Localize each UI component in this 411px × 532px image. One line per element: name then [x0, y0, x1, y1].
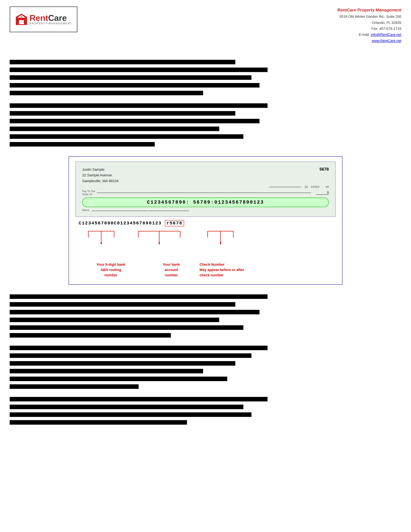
text-block-13: [10, 302, 235, 307]
text-block-25: [10, 405, 243, 409]
check-address2: Sampleville, WA 98104: [82, 178, 119, 184]
company-email: E-mail: Info@RentCare.net: [337, 32, 401, 38]
text-block-10: [10, 134, 243, 139]
svg-marker-10: [100, 242, 102, 245]
annotation-routing-text: Your 9-digit bankABA routingnumber: [79, 262, 143, 278]
text-block-16: [10, 325, 243, 330]
check-pay-label: Pay To TheOrder Of: [82, 190, 95, 196]
company-name: RentCare Property Management: [337, 6, 401, 14]
check-memo-line: Memo: [82, 209, 329, 212]
text-block-15: [10, 318, 219, 322]
check-number-red-box: r5678: [165, 220, 184, 226]
email-link[interactable]: Info@RentCare.net: [371, 33, 401, 37]
company-website: www.RentCare.net: [337, 38, 401, 44]
page-header: R RentCare PROPERTY MANAGEMENT RentCare …: [0, 0, 411, 44]
text-block-19: [10, 353, 252, 358]
text-block-26: [10, 412, 252, 417]
logo-brand-name: RentCare: [29, 14, 72, 22]
check-number-value: 5678: [319, 167, 329, 171]
text-block-6: [10, 103, 268, 108]
svg-rect-2: [19, 20, 24, 24]
text-block-21: [10, 369, 203, 373]
logo-icon: R: [15, 13, 28, 26]
micr-bottom-text: C1234567890C01234567890123 r5678: [77, 220, 186, 226]
check-micr-highlight: C1234567890: 56789:01234567890123: [82, 198, 329, 207]
text-block-14: [10, 310, 260, 314]
text-block-12: [10, 294, 268, 299]
check-address1: 22 Sample Avenue.: [82, 172, 119, 178]
logo-subtitle: PROPERTY MANAGEMENT: [29, 22, 72, 25]
svg-text:R: R: [21, 15, 22, 18]
company-fax: Fax: 407-578-1715: [337, 26, 401, 32]
annotation-checknum-text: Check NumberMay appear before or afterch…: [200, 262, 280, 278]
text-block-9: [10, 127, 219, 131]
annotation-routing: Your 9-digit bankABA routingnumber: [79, 262, 143, 278]
text-block-24: [10, 397, 268, 401]
check-holder-name: Justin Sample: [82, 167, 119, 172]
text-block-20: [10, 361, 235, 366]
annotation-account-text: Your bankaccountnumber: [143, 262, 200, 278]
svg-marker-22: [220, 242, 221, 245]
check-area: Justin Sample 22 Sample Avenue. Samplevi…: [75, 162, 336, 217]
micr-bottom-row: C1234567890C01234567890123 r5678: [75, 220, 336, 228]
check-holder-info: Justin Sample 22 Sample Avenue. Samplevi…: [82, 167, 119, 184]
text-block-1: [10, 60, 235, 64]
annotation-account: Your bankaccountnumber: [143, 262, 200, 278]
text-block-8: [10, 119, 260, 123]
check-date-row: 10 64/654 68: [82, 185, 329, 189]
text-block-4: [10, 83, 260, 87]
text-block-17: [10, 333, 171, 338]
check-fraction2: 68: [326, 185, 329, 189]
svg-marker-16: [159, 242, 160, 245]
text-block-5: [10, 91, 203, 95]
check-pay-line: Pay To TheOrder Of $: [82, 190, 329, 196]
check-date-value: 10: [304, 185, 308, 189]
annotation-text-row: Your 9-digit bankABA routingnumber Your …: [75, 262, 336, 278]
text-block-11: [10, 142, 155, 147]
check-diagram-wrapper: Justin Sample 22 Sample Avenue. Samplevi…: [68, 156, 343, 285]
website-link[interactable]: www.RentCare.net: [372, 39, 401, 43]
text-block-7: [10, 111, 235, 116]
check-number-display: 5678: [319, 167, 329, 184]
text-block-3: [10, 75, 252, 80]
check-fraction: 64/654: [311, 185, 319, 189]
company-address1: 5516 Old Winter Garden Rd., Suite 200: [337, 14, 401, 19]
text-block-18: [10, 346, 268, 350]
text-block-23: [10, 384, 139, 389]
company-logo: R RentCare PROPERTY MANAGEMENT: [10, 6, 77, 32]
main-content: Justin Sample 22 Sample Avenue. Samplevi…: [0, 44, 411, 434]
annotation-arrows: [75, 229, 336, 262]
text-block-2: [10, 67, 268, 72]
company-address2: Orlando, FL 32835: [337, 20, 401, 26]
check-memo-label: Memo: [82, 209, 89, 211]
text-block-27: [10, 420, 187, 425]
annotation-checknum: Check NumberMay appear before or afterch…: [200, 262, 280, 278]
company-info-block: RentCare Property Management 5516 Old Wi…: [337, 6, 401, 44]
text-block-22: [10, 377, 227, 381]
